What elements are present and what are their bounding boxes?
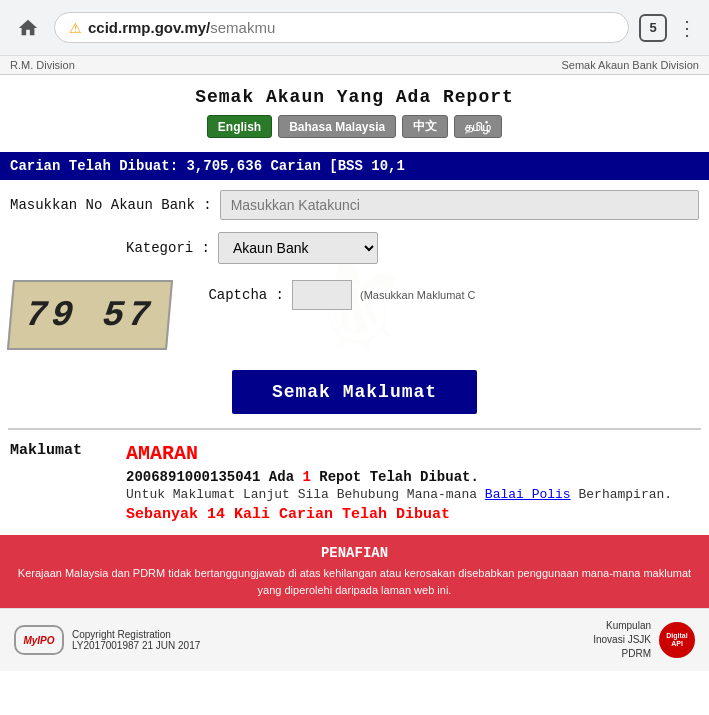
result-line1: 2006891000135041 Ada 1 Repot Telah Dibua…: [126, 469, 699, 485]
warning-title: AMARAN: [126, 442, 699, 465]
category-select[interactable]: Akaun Bank: [218, 232, 378, 264]
result-content: AMARAN 2006891000135041 Ada 1 Repot Tela…: [126, 442, 699, 523]
captcha-image: 79 57: [7, 280, 173, 350]
bank-account-label: Masukkan No Akaun Bank :: [10, 197, 212, 213]
captcha-label: Captcha :: [184, 287, 284, 303]
result-line2: Untuk Maklumat Lanjut Sila Behubung Mana…: [126, 487, 699, 502]
copyright-line2: LY2017001987 21 JUN 2017: [72, 640, 200, 651]
result-section-label: Maklumat: [10, 442, 110, 523]
footer-left: MyIPO Copyright Registration LY201700198…: [14, 625, 200, 655]
submit-button[interactable]: Semak Maklumat: [232, 370, 477, 414]
tab-count[interactable]: 5: [639, 14, 667, 42]
captcha-input[interactable]: [292, 280, 352, 310]
result-account-number: 2006891000135041 Ada: [126, 469, 302, 485]
result-report-count: 1: [302, 469, 310, 485]
result-line2-prefix: Untuk Maklumat Lanjut Sila Behubung Mana…: [126, 487, 485, 502]
security-warning-icon: ⚠: [69, 20, 82, 36]
home-icon[interactable]: [12, 12, 44, 44]
footer-right: Kumpulan Inovasi JSJK PDRM DigitalAPI: [593, 619, 695, 661]
browser-bar: ⚠ ccid.rmp.gov.my/semakmu 5 ⋮: [0, 0, 709, 56]
bank-account-row: Masukkan No Akaun Bank :: [10, 190, 699, 220]
footer-group-line2: Inovasi JSJK: [593, 633, 651, 647]
footer-right-text: Kumpulan Inovasi JSJK PDRM: [593, 619, 651, 661]
result-line2-suffix: Berhampiran.: [571, 487, 672, 502]
lang-tamil[interactable]: தமிழ்: [454, 115, 502, 138]
result-search-count: 14: [207, 506, 225, 523]
myipo-logo: MyIPO: [14, 625, 64, 655]
main-form-area: ⚜ Masukkan No Akaun Bank : Kategori : Ak…: [0, 180, 709, 428]
digital-api-badge: DigitalAPI: [659, 622, 695, 658]
footer-group-line1: Kumpulan: [593, 619, 651, 633]
page-header: Semak Akaun Yang Ada Report English Baha…: [0, 75, 709, 152]
nav-left: R.M. Division: [10, 59, 75, 71]
badge-label: DigitalAPI: [666, 632, 687, 649]
nav-right: Semak Akaun Bank Division: [561, 59, 699, 71]
footer-copyright: Copyright Registration LY2017001987 21 J…: [72, 629, 200, 651]
result-line3: Sebanyak 14 Kali Carian Telah Dibuat: [126, 506, 699, 523]
disclaimer-title: PENAFIAN: [14, 545, 695, 561]
result-report-suffix: Repot Telah Dibuat.: [311, 469, 479, 485]
form-section: Masukkan No Akaun Bank : Kategori : Akau…: [10, 190, 699, 418]
bank-account-input[interactable]: [220, 190, 699, 220]
balai-polis-link[interactable]: Balai Polis: [485, 487, 571, 502]
captcha-form-row: Captcha : (Masukkan Maklumat C: [184, 280, 699, 310]
result-search-prefix: Sebanyak: [126, 506, 207, 523]
lang-chinese[interactable]: 中文: [402, 115, 448, 138]
lang-bahasa[interactable]: Bahasa Malaysia: [278, 115, 396, 138]
disclaimer-section: PENAFIAN Kerajaan Malaysia dan PDRM tida…: [0, 535, 709, 608]
result-search-suffix: Kali Carian Telah Dibuat: [225, 506, 450, 523]
footer: MyIPO Copyright Registration LY201700198…: [0, 608, 709, 671]
category-row: Kategori : Akaun Bank: [10, 232, 699, 264]
url-domain: ccid.rmp.gov.my/semakmu: [88, 19, 275, 36]
disclaimer-text: Kerajaan Malaysia dan PDRM tidak bertang…: [14, 565, 695, 598]
submit-button-wrap: Semak Maklumat: [10, 370, 699, 414]
copyright-line1: Copyright Registration: [72, 629, 200, 640]
browser-menu-button[interactable]: ⋮: [677, 16, 697, 40]
language-buttons: English Bahasa Malaysia 中文 தமிழ்: [10, 115, 699, 138]
captcha-section: 79 57 Captcha : (Masukkan Maklumat C: [10, 280, 699, 350]
stats-bar: Carian Telah Dibuat: 3,705,636 Carian [B…: [0, 152, 709, 180]
url-bar[interactable]: ⚠ ccid.rmp.gov.my/semakmu: [54, 12, 629, 43]
category-label: Kategori :: [10, 240, 210, 256]
top-nav-bar: R.M. Division Semak Akaun Bank Division: [0, 56, 709, 75]
captcha-hint: (Masukkan Maklumat C: [360, 289, 476, 301]
page-title: Semak Akaun Yang Ada Report: [10, 87, 699, 107]
footer-group-line3: PDRM: [593, 647, 651, 661]
result-section: Maklumat AMARAN 2006891000135041 Ada 1 R…: [0, 430, 709, 535]
captcha-right: Captcha : (Masukkan Maklumat C: [184, 280, 699, 310]
lang-english[interactable]: English: [207, 115, 272, 138]
